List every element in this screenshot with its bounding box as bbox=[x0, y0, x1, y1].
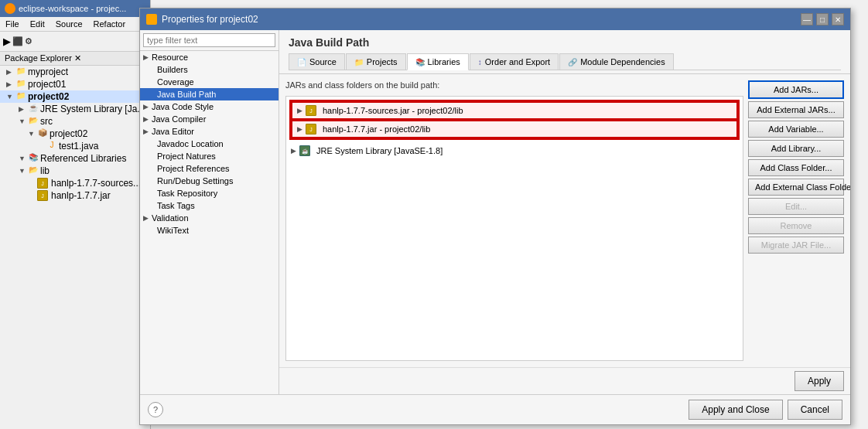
tree-label: lib bbox=[40, 165, 50, 176]
sidebar-arrow-compiler: ▶ bbox=[143, 115, 149, 123]
tree-item-myproject[interactable]: ▶ 📁 myproject bbox=[0, 66, 150, 78]
sidebar-item-java-compiler[interactable]: ▶ Java Compiler bbox=[140, 113, 279, 125]
sidebar-item-run-debug[interactable]: Run/Debug Settings bbox=[140, 175, 279, 187]
dialog-main-header: Java Build Path 📄 Source 📁 Projects bbox=[279, 30, 850, 74]
jar-icon: J bbox=[306, 124, 316, 134]
tree-item-project01[interactable]: ▶ 📁 project01 bbox=[0, 78, 150, 90]
eclipse-title: eclipse-workspace - projec... bbox=[19, 4, 126, 13]
tabs-bar: 📄 Source 📁 Projects 📚 Libraries bbox=[289, 53, 841, 70]
sidebar-item-project-natures[interactable]: Project Natures bbox=[140, 150, 279, 162]
dialog-close-button[interactable]: ✕ bbox=[832, 13, 844, 26]
tab-order-export[interactable]: ↕ Order and Export bbox=[470, 53, 559, 70]
build-item-jre[interactable]: ▶ ☕ JRE System Library [JavaSE-1.8] bbox=[286, 143, 743, 158]
build-item-hanlp-jar[interactable]: ▶ J hanlp-1.7.7.jar - project02/lib bbox=[291, 120, 738, 138]
sidebar-label: Run/Debug Settings bbox=[157, 176, 233, 186]
sidebar-item-java-build-path[interactable]: Java Build Path bbox=[140, 88, 279, 100]
jar-icon: J bbox=[37, 190, 48, 201]
migrate-jar-button[interactable]: Migrate JAR File... bbox=[748, 237, 844, 254]
dialog-title-icon bbox=[146, 14, 157, 25]
add-external-class-folder-button[interactable]: Add External Class Folder... bbox=[748, 179, 844, 196]
tab-projects[interactable]: 📁 Projects bbox=[346, 53, 406, 70]
dialog-footer: ? Apply and Close Cancel bbox=[140, 394, 850, 424]
sidebar-item-javadoc[interactable]: Javadoc Location bbox=[140, 138, 279, 150]
filter-input-wrap bbox=[140, 30, 279, 51]
sidebar-arrow-resource: ▶ bbox=[143, 53, 149, 61]
sidebar-item-builders[interactable]: Builders bbox=[140, 63, 279, 76]
dialog-titlebar: Properties for project02 — □ ✕ bbox=[140, 9, 850, 30]
tree-item-package[interactable]: ▼ 📦 project02 bbox=[0, 128, 150, 140]
add-external-jars-button[interactable]: Add External JARs... bbox=[748, 101, 844, 118]
add-variable-button[interactable]: Add Variable... bbox=[748, 121, 844, 138]
menu-edit[interactable]: Edit bbox=[28, 19, 47, 29]
edit-button[interactable]: Edit... bbox=[748, 198, 844, 215]
sidebar-item-java-editor[interactable]: ▶ Java Editor bbox=[140, 125, 279, 138]
sidebar-label: Project References bbox=[157, 164, 230, 173]
sidebar-label: WikiText bbox=[157, 226, 189, 235]
tree-item-jre[interactable]: ▶ ☕ JRE System Library [Ja... bbox=[0, 103, 150, 115]
eclipse-window: eclipse-workspace - projec... File Edit … bbox=[0, 0, 151, 429]
tree-label: JRE System Library [Ja... bbox=[40, 104, 145, 114]
toolbar-icon3: ⚙ bbox=[25, 36, 32, 46]
menu-file[interactable]: File bbox=[3, 19, 22, 29]
sidebar-label: Java Code Style bbox=[152, 102, 214, 111]
tree-label: Referenced Libraries bbox=[40, 153, 126, 164]
content-area: JARs and class folders on the build path… bbox=[279, 74, 850, 367]
remove-button[interactable]: Remove bbox=[748, 217, 844, 234]
toolbar-icon1: ▶ bbox=[3, 36, 11, 47]
tab-module-label: Module Dependencies bbox=[580, 57, 665, 66]
sidebar-item-coverage[interactable]: Coverage bbox=[140, 76, 279, 88]
sidebar-item-wikitext[interactable]: WikiText bbox=[140, 224, 279, 237]
dialog-minimize-button[interactable]: — bbox=[801, 13, 813, 26]
build-path-label: JARs and class folders on the build path… bbox=[285, 80, 743, 93]
eclipse-toolbar: ▶ ⬛ ⚙ bbox=[0, 32, 150, 52]
tree-item-lib[interactable]: ▼ 📂 lib bbox=[0, 165, 150, 177]
build-items-list: ▶ J hanlp-1.7.7-sources.jar - project02/… bbox=[285, 96, 743, 361]
jar-icon: J bbox=[306, 105, 316, 116]
filter-input[interactable] bbox=[143, 33, 275, 47]
tree-item-hanlp-jar[interactable]: J hanlp-1.7.7.jar bbox=[0, 189, 150, 202]
sidebar-arrow-editor: ▶ bbox=[143, 128, 149, 135]
tab-module-dependencies[interactable]: 🔗 Module Dependencies bbox=[559, 53, 673, 70]
tab-libraries-label: Libraries bbox=[428, 57, 460, 66]
tree-item-test1[interactable]: J test1.java bbox=[0, 140, 150, 152]
sidebar-arrow-validation: ▶ bbox=[143, 214, 149, 222]
build-item-label: hanlp-1.7.7-sources.jar - project02/lib bbox=[323, 106, 463, 115]
sidebar-label: Task Tags bbox=[157, 201, 195, 210]
tree-arrow: ▼ bbox=[6, 93, 14, 100]
menu-refactor[interactable]: Refactor bbox=[91, 19, 128, 29]
sidebar-item-java-code-style[interactable]: ▶ Java Code Style bbox=[140, 100, 279, 113]
apply-button[interactable]: Apply bbox=[795, 371, 844, 391]
tree-arrow: ▶ bbox=[19, 105, 26, 113]
menu-source[interactable]: Source bbox=[53, 19, 85, 29]
eclipse-menubar: File Edit Source Refactor bbox=[0, 17, 150, 32]
tree-item-referenced[interactable]: ▼ 📚 Referenced Libraries bbox=[0, 152, 150, 165]
package-explorer-title: Package Explorer ✕ bbox=[5, 53, 81, 63]
dialog-maximize-button[interactable]: □ bbox=[816, 13, 829, 26]
sidebar-item-resource[interactable]: ▶ Resource bbox=[140, 51, 279, 63]
jre-icon: ☕ bbox=[299, 145, 310, 156]
eclipse-icon bbox=[5, 3, 15, 14]
tab-libraries[interactable]: 📚 Libraries bbox=[407, 53, 469, 70]
tree-label: project02 bbox=[28, 91, 69, 102]
build-item-hanlp-sources[interactable]: ▶ J hanlp-1.7.7-sources.jar - project02/… bbox=[291, 101, 738, 120]
eclipse-titlebar: eclipse-workspace - projec... bbox=[0, 0, 150, 17]
src-icon: 📂 bbox=[28, 116, 39, 127]
tree-label: project01 bbox=[28, 79, 66, 90]
sidebar-item-validation[interactable]: ▶ Validation bbox=[140, 212, 279, 224]
tab-source[interactable]: 📄 Source bbox=[289, 53, 345, 70]
sidebar-label: Java Compiler bbox=[152, 114, 206, 124]
add-library-button[interactable]: Add Library... bbox=[748, 140, 844, 157]
tree-item-src[interactable]: ▼ 📂 src bbox=[0, 115, 150, 128]
help-button[interactable]: ? bbox=[148, 402, 163, 417]
cancel-button[interactable]: Cancel bbox=[788, 400, 842, 420]
sidebar-item-project-references[interactable]: Project References bbox=[140, 162, 279, 175]
sidebar-label: Java Build Path bbox=[157, 90, 216, 99]
apply-and-close-button[interactable]: Apply and Close bbox=[689, 400, 782, 420]
sidebar-item-task-tags[interactable]: Task Tags bbox=[140, 199, 279, 212]
add-jars-button[interactable]: Add JARs... bbox=[748, 80, 844, 99]
sidebar-label: Javadoc Location bbox=[157, 139, 224, 148]
add-class-folder-button[interactable]: Add Class Folder... bbox=[748, 159, 844, 176]
tree-item-project02[interactable]: ▼ 📁 project02 bbox=[0, 90, 150, 103]
tree-item-hanlp-sources[interactable]: J hanlp-1.7.7-sources... bbox=[0, 177, 150, 189]
sidebar-item-task-repository[interactable]: Task Repository bbox=[140, 187, 279, 199]
